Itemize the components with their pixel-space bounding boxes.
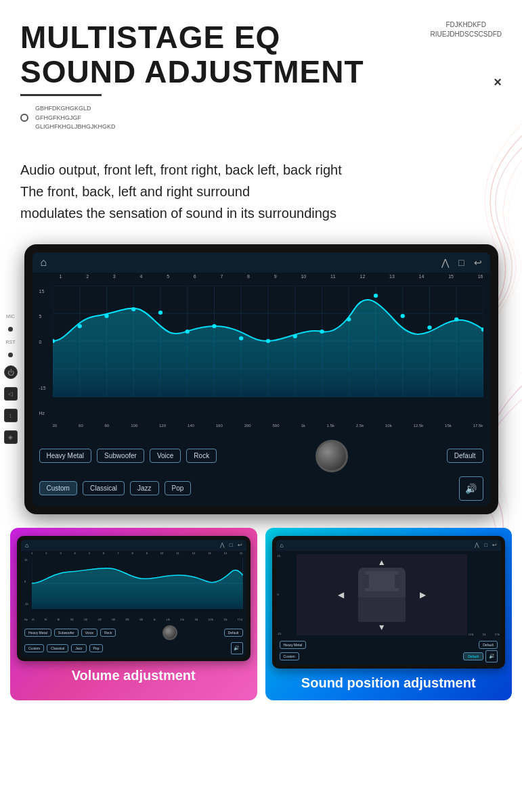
device-screen: ⌂ ⋀ □ ↩ 12345678910111213141516	[32, 252, 490, 506]
mini-eq-left: 15 0 -15	[21, 555, 246, 623]
position-label: Sound position adjustment	[265, 669, 513, 700]
arrow-right-icon[interactable]: ▶	[420, 590, 426, 600]
arrow-up-icon[interactable]: ▲	[378, 558, 386, 567]
subtitle-texts: GBHFDKGHGKGLD GFHGFKHGJGF GLIGHFKHGLJBHG…	[35, 104, 116, 132]
top-right-text: FDJKHDKFD RIUEJDHDSCSCSDFD	[430, 20, 502, 39]
mini-home-icon-left: ⌂	[25, 542, 28, 549]
mini-nav-menu: □	[230, 542, 233, 548]
subtitle-row: GBHFDKGHGKGLD GFHGFKHGJGF GLIGHFKHGLJBHG…	[20, 104, 502, 132]
title-underline	[20, 94, 102, 96]
close-button[interactable]: ×	[494, 74, 502, 90]
arrow-left-icon[interactable]: ◀	[338, 590, 344, 600]
preset-rock[interactable]: Rock	[186, 449, 217, 463]
nav-menu-icon[interactable]: □	[458, 257, 464, 268]
mini-sound-icon-left: 🔊	[231, 642, 243, 654]
mini-btn-rock: Rock	[100, 629, 116, 637]
svg-point-23	[77, 324, 81, 328]
mini-device-left: ⌂ ⋀ □ ↩ 123456789101112131415	[17, 536, 251, 661]
main-title: MULTISTAGE EQ SOUND ADJUSTMENT	[20, 20, 502, 89]
mini-knob-left	[162, 625, 177, 640]
mini-btn-pop: Pop	[89, 644, 104, 652]
preset-jazz[interactable]: Jazz	[130, 481, 159, 495]
preset-custom[interactable]: Custom	[39, 481, 77, 495]
mini-screen-left: ⌂ ⋀ □ ↩ 123456789101112131415	[21, 540, 246, 657]
svg-point-33	[347, 317, 351, 321]
rst-label: RST	[6, 340, 16, 344]
preset-heavy-metal[interactable]: Heavy Metal	[39, 449, 92, 463]
svg-point-28	[212, 324, 216, 328]
right-default-highlighted: Default	[463, 652, 483, 660]
right-custom: Custom	[280, 652, 299, 660]
svg-point-34	[373, 294, 377, 298]
mini-btn-heavy-metal: Heavy Metal	[24, 629, 51, 637]
mini-home-icon-right: ⌂	[280, 542, 284, 549]
description-text: Audio output, front left, front right, b…	[20, 159, 502, 224]
mini-btn-jazz: Jazz	[71, 644, 86, 652]
mini-nav-back-r: ↩	[492, 542, 497, 548]
right-heavy-metal: Heavy Metal	[280, 641, 307, 649]
arrow-down-icon[interactable]: ▼	[378, 623, 386, 632]
mini-btn-voice: Voice	[81, 629, 97, 637]
mic-label: MIC	[6, 314, 15, 319]
main-device: ⌂ ⋀ □ ↩ 12345678910111213141516	[24, 244, 498, 514]
mini-default-btn: Default	[224, 629, 243, 637]
default-button[interactable]: Default	[447, 449, 483, 463]
mini-nav-back: ↩	[238, 542, 242, 548]
eq-presets: Heavy Metal Subwoofer Voice Rock Default…	[32, 434, 490, 506]
svg-point-29	[239, 336, 243, 340]
preset-voice[interactable]: Voice	[150, 449, 181, 463]
svg-point-37	[454, 317, 458, 321]
mini-screen-right: ⌂ ⋀ □ ↩ 15 0 -15	[276, 540, 502, 664]
mini-sound-icon-right: 🔊	[485, 650, 498, 662]
volume-panel: ⌂ ⋀ □ ↩ 123456789101112131415	[10, 528, 257, 700]
preset-classical[interactable]: Classical	[83, 481, 125, 495]
svg-point-26	[158, 311, 162, 315]
mini-topbar-left: ⌂ ⋀ □ ↩	[21, 540, 246, 551]
svg-point-36	[427, 325, 431, 330]
screen-topbar: ⌂ ⋀ □ ↩	[32, 252, 490, 273]
sound-icon[interactable]: 🔊	[459, 476, 483, 501]
home-icon[interactable]: ⌂	[41, 256, 47, 269]
mini-nav-menu-r: □	[484, 542, 487, 548]
svg-point-31	[292, 334, 297, 338]
svg-point-24	[104, 314, 108, 318]
mini-topbar-right: ⌂ ⋀ □ ↩	[276, 540, 502, 551]
extra-button[interactable]: ◈	[4, 430, 18, 444]
mini-btn-custom: Custom	[24, 644, 44, 652]
svg-point-30	[265, 339, 269, 343]
nav-up-icon[interactable]: ⋀	[441, 257, 449, 268]
volume-knob[interactable]	[316, 440, 348, 472]
svg-point-32	[320, 330, 324, 334]
mini-btn-classical: Classical	[47, 644, 68, 652]
eq-chart: 15 5 0 -15	[32, 279, 490, 434]
vol-button[interactable]: ↕	[4, 409, 18, 422]
nav-back-icon[interactable]: ↩	[474, 257, 482, 268]
position-panel: ⌂ ⋀ □ ↩ 15 0 -15	[265, 528, 513, 700]
svg-point-27	[185, 330, 189, 334]
screen-topbar-right: ⋀ □ ↩	[441, 257, 481, 268]
volume-label: Volume adjustment	[10, 661, 257, 693]
mini-device-right: ⌂ ⋀ □ ↩ 15 0 -15	[272, 536, 506, 669]
svg-point-35	[400, 314, 404, 318]
eq-svg	[53, 286, 483, 397]
subtitle-dot	[20, 114, 28, 122]
mini-nav-up-r: ⋀	[475, 542, 479, 548]
mini-presets-left: Heavy Metal Subwoofer Voice Rock Default…	[21, 623, 246, 657]
back-button[interactable]: ◁	[4, 387, 18, 401]
preset-pop[interactable]: Pop	[165, 481, 192, 495]
mic-indicator	[8, 327, 13, 332]
rst-indicator	[8, 353, 13, 357]
mini-nav-up: ⋀	[220, 542, 225, 548]
right-default: Default	[479, 641, 498, 649]
mini-btn-subwoofer: Subwoofer	[54, 629, 79, 637]
svg-point-25	[131, 307, 135, 311]
power-button[interactable]: ⏻	[4, 365, 18, 379]
preset-subwoofer[interactable]: Subwoofer	[97, 449, 144, 463]
